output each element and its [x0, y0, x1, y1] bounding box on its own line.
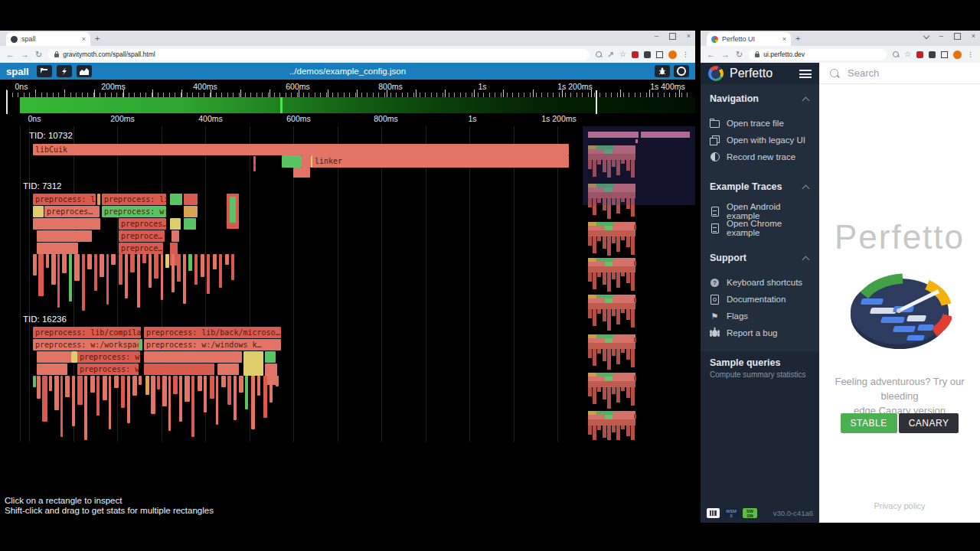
- search-input[interactable]: [846, 67, 980, 80]
- flame-rect[interactable]: [51, 254, 56, 285]
- flame-rect[interactable]: [142, 254, 146, 263]
- forward-icon[interactable]: →: [21, 51, 29, 59]
- minimap-thumbnail[interactable]: [588, 411, 635, 440]
- sidebar-item-documentation[interactable]: Documentation: [710, 291, 810, 308]
- canary-button[interactable]: CANARY: [899, 413, 959, 433]
- measure-button[interactable]: [57, 65, 72, 77]
- flame-rect[interactable]: [231, 254, 234, 280]
- sidebar-item-open-android-example[interactable]: Open Android example: [710, 203, 810, 220]
- profile-avatar[interactable]: [668, 51, 677, 59]
- flame-rect[interactable]: [121, 376, 125, 408]
- flame-rect[interactable]: [139, 339, 142, 350]
- flame-rect[interactable]: [71, 351, 77, 363]
- flame-rect[interactable]: [144, 351, 242, 363]
- flame-rect[interactable]: [132, 376, 137, 396]
- sample-queries-subtitle[interactable]: Compute summary statistics: [701, 368, 819, 379]
- tab-group-icon[interactable]: [941, 51, 948, 58]
- flame-rect[interactable]: [37, 243, 78, 254]
- flame-rect[interactable]: [60, 376, 63, 437]
- flame-rect[interactable]: [257, 376, 260, 396]
- tab-group-icon[interactable]: [656, 51, 663, 58]
- close-tab-icon[interactable]: ×: [782, 35, 786, 43]
- settings-button[interactable]: [674, 65, 689, 77]
- flame-rect[interactable]: [184, 194, 198, 205]
- stats-button[interactable]: [77, 65, 92, 77]
- minimap-thumbnail[interactable]: [588, 334, 635, 370]
- flame-rect[interactable]: [221, 376, 226, 387]
- flame-rect[interactable]: [217, 364, 239, 375]
- minimap-viewport-highlight[interactable]: [583, 126, 695, 205]
- section-header[interactable]: Support: [710, 252, 810, 264]
- report-bug-button[interactable]: [655, 65, 670, 77]
- flame-rect[interactable]: preprocess: li…: [102, 194, 166, 205]
- new-tab-button[interactable]: +: [795, 34, 800, 43]
- flame-rect[interactable]: [94, 254, 97, 291]
- flame-rect[interactable]: [106, 254, 109, 305]
- flame-rect[interactable]: linker: [312, 155, 569, 168]
- flame-rect[interactable]: [172, 254, 175, 292]
- flame-rect[interactable]: [183, 254, 186, 304]
- flame-rect[interactable]: [225, 254, 229, 265]
- flame-rect[interactable]: [161, 254, 163, 300]
- bookmark-icon[interactable]: ☆: [619, 51, 626, 58]
- flame-rect[interactable]: [65, 376, 70, 397]
- flame-rect[interactable]: [191, 376, 194, 437]
- flame-rect[interactable]: [263, 376, 267, 418]
- flame-rect[interactable]: [37, 351, 71, 363]
- flame-rect[interactable]: preproce…: [119, 243, 163, 254]
- close-icon[interactable]: ×: [972, 32, 975, 40]
- flame-rect[interactable]: [170, 218, 181, 230]
- address-field[interactable]: gravitymoth.com/spall/spall.html: [48, 49, 590, 60]
- flame-rect[interactable]: [219, 254, 222, 288]
- flame-rect[interactable]: [114, 376, 119, 388]
- sidebar-item-keyboard-shortcuts[interactable]: ?Keyboard shortcuts: [710, 274, 810, 291]
- menu-icon[interactable]: ⋮: [967, 51, 974, 58]
- flame-rect[interactable]: [154, 254, 158, 279]
- share-icon[interactable]: ↗: [607, 51, 614, 59]
- minimap-cursor[interactable]: [6, 90, 8, 114]
- extensions-icon[interactable]: [644, 51, 651, 58]
- flame-rect[interactable]: [130, 254, 135, 272]
- flame-rect[interactable]: [57, 254, 60, 308]
- chevron-down-icon[interactable]: [923, 33, 929, 39]
- flame-rect[interactable]: [74, 254, 80, 281]
- sidebar-item-open-chrome-example[interactable]: Open Chrome example: [710, 220, 810, 236]
- flame-rect[interactable]: [97, 194, 100, 205]
- flame-rect[interactable]: [165, 254, 169, 268]
- minimize-icon[interactable]: –: [939, 32, 943, 40]
- flame-rect[interactable]: [216, 376, 218, 425]
- flame-rect[interactable]: [234, 376, 237, 420]
- minimap-thumbnail[interactable]: [588, 258, 635, 292]
- flame-rect[interactable]: [125, 254, 128, 298]
- minimap-thumbnail[interactable]: [588, 295, 635, 331]
- forward-icon[interactable]: →: [721, 51, 730, 59]
- sidebar-item-open-with-legacy-ui[interactable]: Open with legacy UI: [710, 132, 810, 148]
- flame-rect[interactable]: [253, 156, 256, 165]
- flame-rect[interactable]: [37, 364, 67, 375]
- flame-rect[interactable]: [111, 254, 116, 265]
- minimap-thumbnail[interactable]: [588, 222, 635, 256]
- flame-rect[interactable]: [173, 376, 178, 394]
- flame-rect[interactable]: [72, 376, 75, 426]
- minimap-activity-bar[interactable]: [20, 97, 695, 113]
- flame-rect[interactable]: [77, 376, 83, 405]
- flame-rect[interactable]: preprocess: w:/w…: [77, 351, 140, 363]
- back-icon[interactable]: ←: [6, 51, 15, 59]
- zoom-icon[interactable]: [893, 51, 899, 57]
- flame-rect[interactable]: [245, 376, 248, 409]
- flame-rect[interactable]: [302, 155, 311, 168]
- flame-rect[interactable]: [243, 351, 263, 376]
- flame-rect[interactable]: [213, 254, 217, 269]
- flame-rect[interactable]: preprocess: lib/compila…: [33, 327, 141, 338]
- tab-perfetto[interactable]: Perfetto UI ×: [707, 32, 791, 46]
- flame-rect[interactable]: [119, 254, 122, 285]
- extensions-icon[interactable]: [929, 51, 936, 58]
- spall-trace-canvas[interactable]: 0ns200ms400ms600ms800ms1s1s 200ms1s 400m…: [0, 80, 695, 523]
- flame-rect[interactable]: [139, 376, 142, 385]
- stable-button[interactable]: STABLE: [841, 413, 897, 433]
- flame-rect[interactable]: [109, 376, 111, 429]
- flame-rect[interactable]: [103, 376, 107, 400]
- flame-rect[interactable]: [96, 376, 100, 416]
- flame-rect[interactable]: [184, 218, 196, 230]
- flame-rect[interactable]: [210, 376, 214, 399]
